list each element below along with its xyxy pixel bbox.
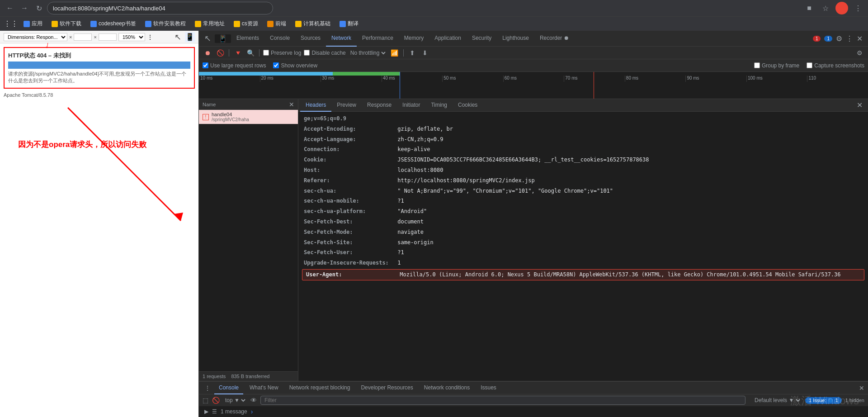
tab-security[interactable]: Security xyxy=(467,31,497,47)
more-options-button[interactable]: ⋮ xyxy=(147,33,153,41)
bookmark-button[interactable]: ☆ xyxy=(819,2,832,14)
expand-more-icon[interactable]: › xyxy=(251,408,253,415)
header-value: gzip, deflate, br xyxy=(394,125,453,133)
tab-initiator[interactable]: Initiator xyxy=(397,99,425,112)
bookmark-common-address[interactable]: 常用地址 xyxy=(191,18,228,29)
ctab-developer-resources[interactable]: Developer Resources xyxy=(356,382,417,394)
throttle-select[interactable]: No throttling xyxy=(349,49,387,57)
use-large-rows-checkbox[interactable]: Use large request rows xyxy=(203,62,266,69)
device-toggle[interactable]: 📱 xyxy=(185,32,195,42)
tab-sources[interactable]: Sources xyxy=(295,31,326,47)
address-text: localhost:8080/springMVC2/haha/handle04 xyxy=(53,5,165,12)
console-frame-context-icon[interactable]: ⬚ xyxy=(203,397,208,404)
dimensions-select[interactable]: Dimensions: Respon... xyxy=(4,33,67,41)
header-row-sec-ch-ua-mobile: sec-ch-ua-mobile: ?1 xyxy=(298,196,868,206)
height-input[interactable]: 429 xyxy=(99,33,117,41)
close-console-button[interactable]: ✕ xyxy=(859,384,864,392)
menu-button[interactable]: ⋮ xyxy=(852,2,864,14)
record-button[interactable]: ⏺ xyxy=(203,48,212,58)
inspect-element-button[interactable]: ↖ xyxy=(201,33,215,43)
bookmark-cs-resources[interactable]: cs资源 xyxy=(230,18,262,29)
back-button[interactable]: ← xyxy=(4,2,16,14)
group-by-frame-checkbox[interactable]: Group by frame xyxy=(754,62,799,69)
preserve-log-checkbox[interactable]: Preserve log xyxy=(263,50,301,56)
bookmark-icon xyxy=(340,21,346,27)
group-by-frame-input[interactable] xyxy=(754,62,760,68)
more-devtools-button[interactable]: ⋮ xyxy=(846,34,853,43)
network-settings-button[interactable]: ⚙ xyxy=(854,48,864,58)
tab-timing[interactable]: Timing xyxy=(425,99,453,112)
close-panel-icon[interactable]: ✕ xyxy=(289,101,294,108)
ctab-network-request-blocking[interactable]: Network request blocking xyxy=(285,382,355,394)
headers-content[interactable]: ge;v=65;q=0.9 Accept-Encoding: gzip, def… xyxy=(298,112,868,381)
tab-headers[interactable]: Headers xyxy=(300,99,331,112)
wifi-icon[interactable]: 📶 xyxy=(390,48,400,58)
show-overview-input[interactable] xyxy=(273,62,279,68)
tab-memory[interactable]: Memory xyxy=(399,31,429,47)
tab-preview[interactable]: Preview xyxy=(331,99,362,112)
show-overview-checkbox[interactable]: Show overview xyxy=(273,62,317,69)
ctab-console[interactable]: Console xyxy=(214,382,243,394)
tab-lighthouse[interactable]: Lighthouse xyxy=(497,31,534,47)
tab-cookies[interactable]: Cookies xyxy=(453,99,483,112)
dimensions-x: × xyxy=(69,34,72,40)
filter-button[interactable]: 🔻 xyxy=(233,48,243,58)
timeline-mark-70: 70 ms xyxy=(564,76,625,82)
forward-button[interactable]: → xyxy=(18,2,31,14)
tab-elements[interactable]: Elements xyxy=(231,31,264,47)
ctab-network-conditions[interactable]: Network conditions xyxy=(420,382,474,394)
close-devtools-button[interactable]: ✕ xyxy=(857,34,863,43)
zoom-select[interactable]: 150% xyxy=(118,33,145,41)
tab-performance[interactable]: Performance xyxy=(357,31,399,47)
console-clear-button[interactable]: 🚫 xyxy=(212,397,220,404)
bookmark-icon xyxy=(195,21,201,27)
bookmark-translate[interactable]: 翻译 xyxy=(336,18,362,29)
disable-cache-checkbox[interactable]: Disable cache xyxy=(304,50,345,56)
tab-response[interactable]: Response xyxy=(362,99,397,112)
ctab-whats-new[interactable]: What's New xyxy=(245,382,283,394)
bookmark-cs-basics[interactable]: 计算机基础 xyxy=(292,18,334,29)
console-eye-button[interactable]: 👁 xyxy=(250,397,257,404)
disable-cache-input[interactable] xyxy=(304,50,310,56)
tab-console[interactable]: Console xyxy=(264,31,295,47)
clear-button[interactable]: 🚫 xyxy=(215,48,225,58)
device-mode-button[interactable]: 📱 xyxy=(215,34,231,43)
export-button[interactable]: ⬇ xyxy=(420,48,430,58)
header-key: Sec-Fetch-User: xyxy=(304,249,394,256)
timeline-mark-10: 10 ms xyxy=(199,76,260,82)
header-value: zh-CN,zh;q=0.9 xyxy=(394,136,443,143)
preserve-log-input[interactable] xyxy=(263,50,269,56)
console-context-select[interactable]: top ▼ xyxy=(223,397,247,404)
tab-recorder[interactable]: Recorder ⏺ xyxy=(534,31,575,47)
expand-icon[interactable]: ▶ xyxy=(204,408,208,415)
settings-button[interactable]: ⚙ xyxy=(836,34,842,43)
bookmark-install-guide[interactable]: 软件安装教程 xyxy=(142,18,189,29)
search-button[interactable]: 🔍 xyxy=(245,48,255,58)
bookmark-software-download[interactable]: 软件下载 xyxy=(48,18,85,29)
bookmark-apps[interactable]: 应用 xyxy=(20,18,46,29)
console-filter-input[interactable] xyxy=(260,396,745,405)
tab-application[interactable]: Application xyxy=(429,31,467,47)
tab-network[interactable]: Network xyxy=(326,31,357,47)
apps-icon[interactable]: ⋮⋮ xyxy=(4,19,18,28)
bookmark-codesheep[interactable]: codesheep书签 xyxy=(87,18,140,29)
import-button[interactable]: ⬆ xyxy=(407,48,417,58)
use-large-rows-input[interactable] xyxy=(203,62,208,68)
profile-button[interactable] xyxy=(835,2,848,14)
width-input[interactable]: 264 xyxy=(74,33,92,41)
refresh-button[interactable]: ↻ xyxy=(33,2,45,14)
bookmark-frontend[interactable]: 前端 xyxy=(264,18,290,29)
ctab-issues[interactable]: Issues xyxy=(476,382,501,394)
capture-screenshots-checkbox[interactable]: Capture screenshots xyxy=(807,62,864,69)
capture-screenshots-input[interactable] xyxy=(807,62,812,68)
address-bar[interactable]: localhost:8080/springMVC2/haha/handle04 xyxy=(47,2,273,14)
request-item-handle04[interactable]: ! handle04 /springMVC2/haha xyxy=(199,110,298,124)
timeline-mark-40: 40 ms xyxy=(382,76,443,82)
network-split: Name ✕ ! handle04 /springMVC2/haha 1 req… xyxy=(199,99,868,381)
header-row-cookie: Cookie: JSESSIONID=DCA0D53CC7F666BC36248… xyxy=(298,155,868,165)
cursor-icon[interactable]: ↖ xyxy=(175,32,181,42)
extensions-button[interactable]: ■ xyxy=(803,2,816,14)
close-headers-panel[interactable]: ✕ xyxy=(853,101,866,109)
console-menu-button[interactable]: ⋮ xyxy=(203,384,212,392)
main-area: Dimensions: Respon... × 264 × 429 150% ⋮… xyxy=(0,31,868,417)
